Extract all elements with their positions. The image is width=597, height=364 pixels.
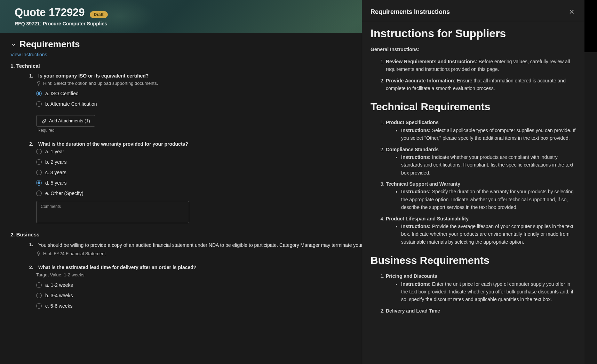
subsection-label: Technical: [16, 63, 40, 69]
add-attachments-label: Add Attachments (1): [49, 118, 90, 123]
requirements-section-title: Requirements: [19, 39, 80, 50]
paperclip-icon: [41, 119, 46, 123]
panel-title: Requirements Instructions: [371, 8, 450, 16]
quote-title: Quote 172929: [15, 6, 85, 19]
radio-icon: [36, 91, 42, 96]
subsection-num: 1.: [10, 63, 15, 69]
general-instructions-label: General Instructions:: [371, 47, 420, 52]
list-item: Provide Accurate Information: Ensure tha…: [386, 77, 576, 92]
comments-input[interactable]: Comments: [36, 201, 189, 223]
list-item: Instructions: Indicate whether your prod…: [401, 153, 576, 177]
question-text: What is the duration of the warranty pro…: [38, 141, 188, 147]
right-rail: [584, 0, 597, 52]
radio-icon: [36, 101, 42, 107]
comments-placeholder: Comments: [41, 204, 185, 209]
hint-text: Hint: Select the option and upload suppo…: [43, 81, 158, 86]
radio-icon: [36, 170, 42, 175]
question-number: 2.: [29, 265, 35, 270]
radio-icon: [36, 149, 42, 154]
radio-label: a. ISO Certified: [45, 91, 79, 96]
list-item: Compliance Standards Instructions: Indic…: [386, 146, 576, 177]
list-item: Instructions: Specify the duration of th…: [401, 188, 576, 211]
list-item: Delivery and Lead Time: [386, 307, 576, 315]
question-text: What is the estimated lead time for deli…: [38, 265, 196, 270]
lightbulb-icon: [36, 251, 41, 256]
radio-label: a. 1-2 weeks: [45, 282, 73, 288]
radio-icon: [36, 303, 42, 309]
radio-label: a. 1 year: [45, 149, 64, 154]
radio-icon: [36, 180, 42, 186]
radio-icon: [36, 282, 42, 288]
list-item: Instructions: Enter the unit price for e…: [401, 280, 576, 304]
list-item: Technical Support and Warranty Instructi…: [386, 180, 576, 211]
add-attachments-button[interactable]: Add Attachments (1): [36, 115, 95, 127]
radio-label: e. Other (Specify): [45, 191, 83, 196]
radio-icon: [36, 191, 42, 196]
question-number: 2.: [29, 141, 35, 147]
list-item: Product Specifications Instructions: Sel…: [386, 119, 576, 142]
technical-requirements-heading: Technical Requirements: [371, 100, 576, 113]
radio-label: d. 5 years: [45, 180, 67, 186]
radio-icon: [36, 159, 42, 165]
subsection-label: Business: [16, 232, 40, 237]
list-item: Instructions: Select all applicable type…: [401, 127, 576, 142]
list-item: Instructions: Provide the average lifesp…: [401, 223, 576, 246]
list-item: Pricing and Discounts Instructions: Ente…: [386, 272, 576, 304]
radio-label: c. 5-6 weeks: [45, 303, 73, 309]
question-number: 1.: [29, 73, 35, 79]
question-number: 1.: [29, 242, 35, 249]
radio-label: b. Alternate Certification: [45, 101, 97, 107]
question-text: Is your company ISO or its equivalent ce…: [38, 73, 149, 79]
close-button[interactable]: ✕: [567, 7, 576, 17]
close-icon: ✕: [569, 8, 575, 16]
radio-label: c. 3 years: [45, 170, 66, 175]
list-item: Product Lifespan and Sustainability Inst…: [386, 215, 576, 246]
radio-label: b. 3-4 weeks: [45, 293, 73, 298]
radio-label: b. 2 years: [45, 159, 67, 165]
subsection-num: 2.: [10, 232, 15, 237]
radio-icon: [36, 293, 42, 298]
instructions-heading: Instructions for Suppliers: [371, 27, 576, 40]
hint-text: Hint: FY24 Financial Statement: [43, 251, 106, 256]
status-badge: Draft: [90, 11, 108, 18]
list-item: Review Requirements and Instructions: Be…: [386, 58, 576, 73]
chevron-down-icon[interactable]: [10, 41, 17, 48]
business-requirements-heading: Business Requirements: [371, 254, 576, 267]
instructions-panel: Requirements Instructions ✕ Instructions…: [362, 0, 584, 364]
lightbulb-icon: [36, 81, 41, 86]
